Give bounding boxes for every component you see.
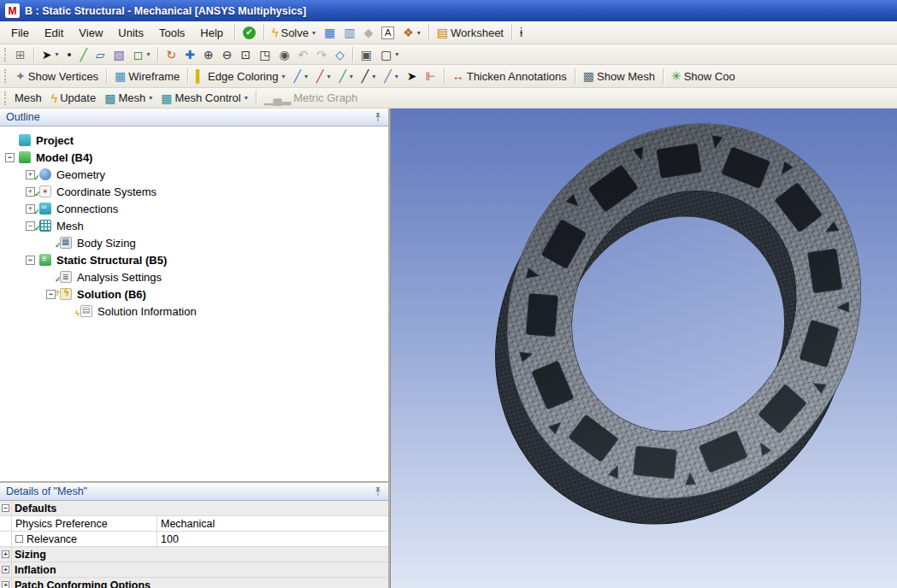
details-property-value[interactable]: 100	[157, 532, 388, 546]
details-group-patch-conforming-options[interactable]: +Patch Conforming Options	[0, 578, 388, 588]
selection-information-icon[interactable]: ɨ	[516, 25, 527, 40]
tree-item-solution-b6[interactable]: −?Solution (B6)	[0, 285, 388, 303]
select-mode-button[interactable]: ➤▾	[38, 47, 63, 62]
titlebar[interactable]: M B : Static Structural - Mechanical [AN…	[0, 0, 897, 21]
details-group-inflation[interactable]: +Inflation	[0, 562, 388, 578]
edge-coloring-button[interactable]: ▍Edge Coloring▾	[192, 68, 289, 85]
select-vertex-icon-glyph: •	[67, 49, 71, 61]
toolbar-grip[interactable]	[4, 48, 8, 62]
select-body-icon[interactable]: ▧	[109, 47, 129, 62]
details-group-sizing[interactable]: +Sizing	[0, 547, 388, 562]
annotation-label-icon[interactable]: A	[377, 25, 398, 41]
details-property-value[interactable]: Mechanical	[157, 516, 388, 531]
edge-style-green-button[interactable]: ╱▾	[334, 68, 357, 84]
solve-button-dropdown-arrow[interactable]: ▾	[312, 29, 316, 37]
rotate-icon[interactable]: ↻	[162, 47, 180, 62]
tree-expander-minus[interactable]: −	[5, 153, 15, 162]
extend-selection-button-dropdown-arrow[interactable]: ▾	[146, 50, 150, 58]
menu-file[interactable]: File	[3, 23, 37, 43]
property-checkbox[interactable]	[15, 535, 23, 543]
show-vertices-button[interactable]: ✦Show Vertices	[11, 68, 103, 85]
menu-edit[interactable]: Edit	[37, 23, 71, 43]
edge-style-red-button[interactable]: ╱▾	[312, 68, 334, 84]
details-group-expander[interactable]: −	[2, 504, 9, 512]
mesh-control-button-dropdown-arrow[interactable]: ▾	[245, 94, 248, 102]
magnifier-window-icon[interactable]: ◉	[274, 47, 293, 62]
solve-button[interactable]: ϟSolve▾	[268, 25, 320, 41]
named-selection-icon[interactable]: ⊞	[11, 47, 30, 62]
manage-viewports-button[interactable]: ▢▾	[376, 47, 403, 62]
details-group-expander[interactable]: +	[2, 550, 9, 558]
vector-display-icon-dropdown-arrow[interactable]: ▾	[417, 29, 421, 37]
edge-style-purple-button-dropdown-arrow[interactable]: ▾	[395, 73, 398, 80]
toolbar-grip[interactable]	[4, 91, 8, 105]
tree-item-body-sizing[interactable]: ✓Body Sizing	[0, 234, 388, 251]
tree-expander-minus[interactable]: −	[26, 256, 35, 265]
status-lightning-icon: ϟ	[75, 309, 80, 318]
edge-style-red-button-dropdown-arrow[interactable]: ▾	[327, 73, 330, 80]
tree-item-geometry[interactable]: +✓Geometry	[0, 166, 388, 183]
select-vertex-icon[interactable]: •	[62, 47, 75, 62]
wireframe-button[interactable]: ▦Wireframe	[110, 68, 184, 85]
manage-viewports-button-dropdown-arrow[interactable]: ▾	[395, 50, 398, 58]
details-property-name: Physics Preference	[12, 516, 157, 531]
zoom-out-icon[interactable]: ⊖	[218, 47, 237, 62]
menu-view[interactable]: View	[71, 23, 110, 43]
scoping-marks-icon[interactable]: ⊩	[421, 68, 440, 84]
tree-item-solution-information[interactable]: ϟSolution Information	[0, 303, 388, 320]
tree-item-project[interactable]: Project	[0, 132, 388, 149]
menu-tools[interactable]: Tools	[151, 23, 192, 43]
edge-style-purple-button[interactable]: ╱▾	[380, 68, 402, 84]
select-edge-icon[interactable]: ╱	[75, 47, 91, 62]
menu-units[interactable]: Units	[110, 23, 151, 43]
status-ok-icon[interactable]: ✔	[239, 25, 260, 41]
details-group-expander[interactable]: +	[2, 566, 9, 573]
zoom-fit-icon[interactable]: ◳	[255, 47, 274, 62]
box-zoom-icon[interactable]: ⊡	[236, 47, 255, 62]
toolbar-grip[interactable]	[4, 69, 8, 83]
mesh-menu-button-dropdown-arrow[interactable]: ▾	[149, 94, 152, 102]
tree-item-static-structural-b5[interactable]: −Static Structural (B5)	[0, 251, 388, 268]
edge-style-blue-button[interactable]: ╱▾	[289, 68, 311, 84]
select-face-icon[interactable]: ▱	[91, 47, 109, 62]
tools-grid-icon[interactable]: ▥	[339, 25, 359, 40]
edge-style-black-button-dropdown-arrow[interactable]: ▾	[372, 73, 375, 80]
details-title: Details of "Mesh"	[6, 485, 87, 497]
vector-display-icon[interactable]: ❖▾	[398, 25, 425, 40]
analysis-data-icon[interactable]: ▦	[320, 25, 339, 40]
thicken-annotations-button[interactable]: ↔Thicken Annotations	[448, 68, 571, 85]
details-group-expander[interactable]: +	[2, 581, 9, 588]
mesh-control-button[interactable]: ▦Mesh Control▾	[156, 90, 252, 106]
iso-view-icon[interactable]: ◇	[331, 47, 349, 62]
select-mode-button-dropdown-arrow[interactable]: ▾	[55, 50, 58, 58]
tree-item-analysis-settings[interactable]: ✓Analysis Settings	[0, 268, 388, 285]
tree-item-coordinate-systems[interactable]: +✓Coordinate Systems	[0, 183, 388, 200]
extend-selection-button[interactable]: ◻▾	[129, 47, 155, 62]
show-mesh-button[interactable]: ▩Show Mesh	[579, 68, 659, 85]
direction-arrow-icon[interactable]: ➤	[403, 68, 422, 84]
tree-item-label: Project	[36, 134, 74, 147]
show-coordinate-systems-button[interactable]: ✳Show Coo	[667, 68, 740, 85]
tree-item-mesh[interactable]: −✓Mesh	[0, 217, 388, 234]
pin-icon[interactable]	[374, 112, 382, 122]
tree-item-connections[interactable]: +✓Connections	[0, 200, 388, 217]
viewport-3d[interactable]	[390, 109, 897, 588]
look-at-icon[interactable]: ▣	[357, 47, 376, 62]
pan-icon[interactable]: ✚	[180, 47, 199, 62]
vector-display-icon-glyph: ❖	[403, 26, 414, 38]
details-group-defaults[interactable]: −Defaults	[0, 501, 388, 516]
edge-style-black-button[interactable]: ╱▾	[357, 68, 380, 84]
edge-style-blue-button-dropdown-arrow[interactable]: ▾	[304, 73, 308, 80]
menu-help[interactable]: Help	[192, 23, 231, 43]
edge-style-green-button-dropdown-arrow[interactable]: ▾	[350, 73, 353, 80]
details-row-relevance[interactable]: Relevance100	[0, 532, 388, 547]
toolbar-separator	[352, 47, 353, 62]
zoom-in-icon[interactable]: ⊕	[199, 47, 218, 62]
tree-item-model-b4[interactable]: −Model (B4)	[0, 149, 388, 166]
edge-coloring-button-dropdown-arrow[interactable]: ▾	[281, 73, 285, 80]
mesh-menu-button[interactable]: ▩Mesh▾	[100, 90, 156, 106]
update-button[interactable]: ϟUpdate	[47, 90, 100, 106]
worksheet-button[interactable]: ▤Worksheet	[433, 25, 508, 41]
details-row-physics-preference[interactable]: Physics PreferenceMechanical	[0, 516, 388, 532]
pin-icon[interactable]	[374, 486, 382, 497]
